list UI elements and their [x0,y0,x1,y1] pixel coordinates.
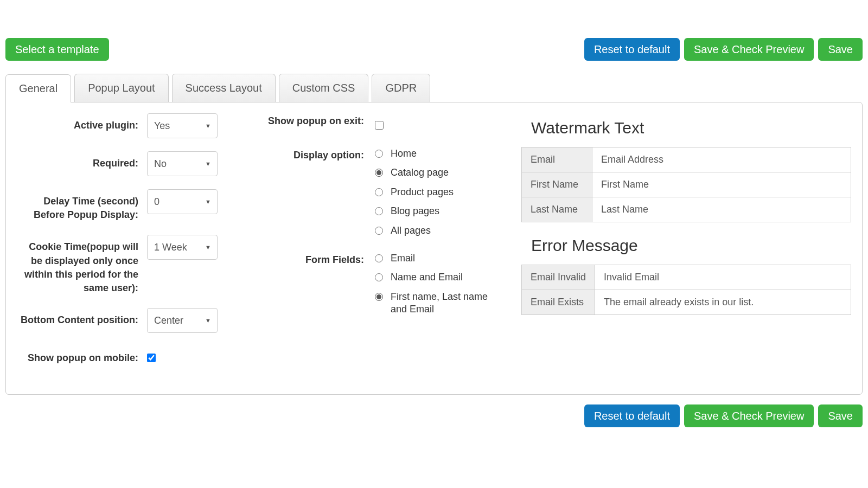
radio-label: Blog pages [391,205,439,217]
radio-label: Catalog page [391,166,449,179]
row-show-on-exit: Show popup on exit: [256,113,510,132]
label-delay: Delay Time (second) Before Popup Display… [17,189,147,222]
heading-error: Error Message [531,236,851,255]
tab-custom-css[interactable]: Custom CSS [279,74,369,102]
radio-label: Email [391,252,415,265]
error-table: Email Invalid Invalid Email Email Exists… [521,265,851,315]
col-mid: Show popup on exit: Display option: Home… [256,113,510,378]
label-show-mobile: Show popup on mobile: [17,346,147,365]
select-cookie[interactable]: 1 Week [147,235,218,260]
select-bottom-content[interactable]: Center [147,308,218,333]
label-active-plugin: Active plugin: [17,113,147,132]
err-key: Email Invalid [522,265,595,290]
select-active-plugin[interactable]: Yes [147,113,218,138]
settings-panel: Active plugin: Yes Required: No Delay Ti… [5,102,863,395]
radio-display-all[interactable]: All pages [375,224,454,237]
save-button-bottom[interactable]: Save [818,404,863,427]
wm-key: Email [522,147,592,172]
radio-label: All pages [391,224,431,237]
table-row: Email Email Address [522,147,851,172]
wm-value[interactable]: Email Address [592,147,851,172]
radio-label: Home [391,147,417,160]
wm-key: First Name [522,172,592,197]
row-show-mobile: Show popup on mobile: [17,346,245,365]
label-show-on-exit: Show popup on exit: [256,113,375,128]
label-required: Required: [17,151,147,170]
select-required[interactable]: No [147,151,218,176]
row-display-option: Display option: Home Catalog page Produc… [256,147,510,237]
save-preview-button-bottom[interactable]: Save & Check Preview [684,404,814,427]
select-delay[interactable]: 0 [147,189,218,214]
row-form-fields: Form Fields: Email Name and Email First … [256,252,510,316]
radio-ff-name-email[interactable]: Name and Email [375,271,499,284]
table-row: First Name First Name [522,172,851,197]
toolbar-right: Reset to default Save & Check Preview Sa… [584,38,863,61]
row-bottom-content: Bottom Content position: Center [17,308,245,333]
radio-ff-email[interactable]: Email [375,252,499,265]
tab-popup-layout[interactable]: Popup Layout [74,74,168,102]
heading-watermark: Watermark Text [531,119,851,137]
table-row: Email Invalid Invalid Email [522,265,851,290]
row-active-plugin: Active plugin: Yes [17,113,245,138]
save-button[interactable]: Save [818,38,863,61]
checkbox-show-mobile[interactable] [147,354,156,362]
bottom-toolbar: Reset to default Save & Check Preview Sa… [5,404,863,427]
wm-value[interactable]: First Name [592,172,851,197]
reset-default-button-bottom[interactable]: Reset to default [584,404,680,427]
tab-success-layout[interactable]: Success Layout [172,74,276,102]
wm-value[interactable]: Last Name [592,197,851,222]
radio-display-home[interactable]: Home [375,147,454,160]
radio-display-product[interactable]: Product pages [375,186,454,198]
display-option-list: Home Catalog page Product pages Blog pag… [375,147,454,237]
tab-general[interactable]: General [5,74,71,102]
radio-label: Name and Email [391,271,463,284]
col-right: Watermark Text Email Email Address First… [521,113,851,378]
err-value[interactable]: Invalid Email [595,265,851,290]
radio-display-catalog[interactable]: Catalog page [375,166,454,179]
table-row: Email Exists The email already exists in… [522,290,851,315]
row-cookie: Cookie Time(popup will be displayed only… [17,235,245,295]
label-bottom-content: Bottom Content position: [17,308,147,327]
save-preview-button[interactable]: Save & Check Preview [684,38,814,61]
table-row: Last Name Last Name [522,197,851,222]
err-value[interactable]: The email already exists in our list. [595,290,851,315]
err-key: Email Exists [522,290,595,315]
top-toolbar: Select a template Reset to default Save … [5,38,863,61]
label-form-fields: Form Fields: [256,252,375,267]
wm-key: Last Name [522,197,592,222]
tab-bar: General Popup Layout Success Layout Cust… [5,74,863,102]
form-fields-list: Email Name and Email First name, Last na… [375,252,499,316]
col-left: Active plugin: Yes Required: No Delay Ti… [17,113,245,378]
radio-label: Product pages [391,186,454,198]
radio-ff-first-last-email[interactable]: First name, Last name and Email [375,291,499,316]
select-template-button[interactable]: Select a template [5,38,109,61]
label-cookie: Cookie Time(popup will be displayed only… [17,235,147,295]
radio-display-blog[interactable]: Blog pages [375,205,454,217]
label-display-option: Display option: [256,147,375,162]
row-required: Required: No [17,151,245,176]
row-delay: Delay Time (second) Before Popup Display… [17,189,245,222]
tab-gdpr[interactable]: GDPR [372,74,430,102]
radio-label: First name, Last name and Email [391,291,499,316]
checkbox-show-on-exit[interactable] [375,121,384,130]
reset-default-button[interactable]: Reset to default [584,38,680,61]
watermark-table: Email Email Address First Name First Nam… [521,147,851,222]
